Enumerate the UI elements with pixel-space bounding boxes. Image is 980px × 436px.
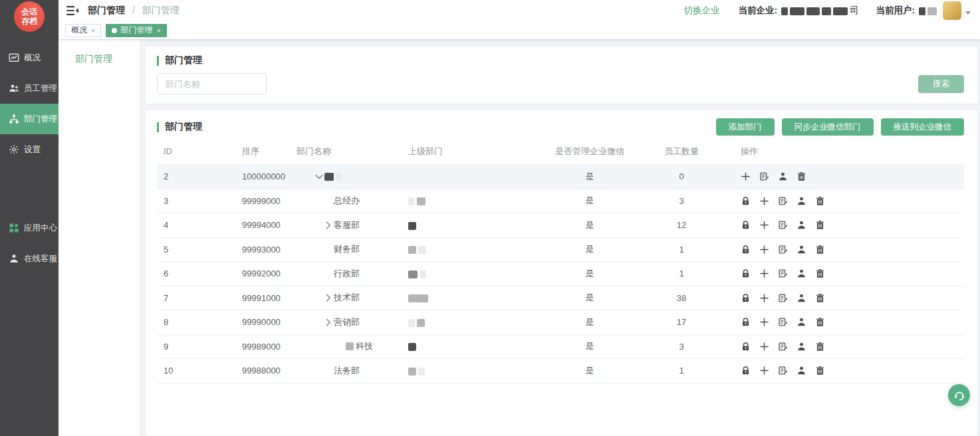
user-action-icon[interactable] — [796, 293, 806, 303]
table-header-row: ID排序部门名称上级部门是否管理企业微信员工数量操作 — [157, 138, 964, 165]
subsidebar-item-0[interactable]: 部门管理 — [59, 40, 140, 65]
app-logo[interactable]: 会话 存档 — [0, 0, 59, 37]
close-tab-icon[interactable]: × — [91, 27, 95, 35]
column-header: 员工数量 — [652, 146, 711, 158]
edit-action-icon[interactable] — [778, 220, 788, 230]
user-action-icon[interactable] — [796, 342, 806, 352]
trash-action-icon[interactable] — [815, 220, 825, 230]
edit-action-icon[interactable] — [778, 196, 788, 206]
user-action-icon[interactable] — [796, 220, 806, 230]
table-card-header: 部门管理 添加部门同步企业微信部门推送到企业微信 — [157, 118, 964, 136]
redacted-text-block — [408, 343, 416, 351]
plus-action-icon[interactable] — [759, 196, 769, 206]
expand-row-icon[interactable] — [323, 317, 334, 328]
cell-parent-department — [402, 317, 528, 327]
user-avatar[interactable] — [943, 1, 961, 20]
lock-action-icon[interactable] — [741, 269, 751, 278]
cell-parent-department — [402, 245, 528, 255]
user-action-icon[interactable] — [796, 269, 806, 278]
cell-sort: 99993000 — [235, 245, 290, 255]
gear-icon — [9, 144, 19, 155]
edit-action-icon[interactable] — [778, 293, 788, 303]
org-icon — [9, 114, 19, 124]
table-button-1[interactable]: 同步企业微信部门 — [782, 118, 874, 136]
agent-icon — [9, 253, 19, 264]
lock-action-icon[interactable] — [741, 317, 751, 327]
plus-action-icon[interactable] — [759, 269, 769, 278]
search-button[interactable]: 搜索 — [918, 75, 964, 93]
content-row: 部门管理 部门管理 搜索 — [59, 40, 980, 436]
user-menu-caret-icon[interactable] — [965, 11, 971, 15]
customer-service-fab[interactable] — [948, 384, 970, 406]
lock-action-icon[interactable] — [741, 196, 751, 206]
grid-icon — [9, 223, 19, 233]
edit-action-icon[interactable] — [778, 366, 788, 376]
user-action-icon[interactable] — [796, 245, 806, 255]
breadcrumb-parent[interactable]: 部门管理 — [88, 5, 125, 15]
expand-row-icon[interactable] — [323, 292, 334, 303]
edit-action-icon[interactable] — [759, 171, 769, 181]
column-header: ID — [157, 146, 235, 156]
redacted-text-block — [420, 271, 426, 278]
sidebar-item-online-support[interactable]: 在线客服 — [0, 243, 59, 274]
sidebar-item-settings[interactable]: 设置 — [0, 134, 59, 165]
trash-action-icon[interactable] — [815, 342, 825, 352]
lock-action-icon[interactable] — [741, 220, 751, 230]
switch-enterprise-link[interactable]: 切换企业 — [684, 5, 720, 17]
plus-action-icon[interactable] — [759, 366, 769, 376]
tab-部门管理[interactable]: 部门管理 × — [106, 24, 166, 37]
lock-action-icon[interactable] — [741, 342, 751, 352]
plus-action-icon[interactable] — [759, 342, 769, 352]
user-action-icon[interactable] — [796, 366, 806, 376]
table-button-0[interactable]: 添加部门 — [716, 118, 775, 136]
lock-action-icon[interactable] — [741, 245, 751, 255]
user-action-icon[interactable] — [796, 196, 806, 206]
cell-manage-wecom: 是 — [528, 243, 652, 255]
table-button-2[interactable]: 推送到企业微信 — [881, 118, 965, 136]
redacted-text-block — [927, 7, 937, 15]
trash-action-icon[interactable] — [815, 293, 825, 303]
lock-action-icon[interactable] — [741, 366, 751, 376]
edit-action-icon[interactable] — [778, 317, 788, 327]
column-header: 部门名称 — [290, 146, 402, 158]
expand-row-icon[interactable] — [323, 220, 334, 231]
plus-action-icon[interactable] — [759, 245, 769, 255]
edit-action-icon[interactable] — [778, 342, 788, 352]
trash-action-icon[interactable] — [796, 171, 806, 181]
column-header: 排序 — [235, 146, 290, 158]
plus-action-icon[interactable] — [759, 317, 769, 327]
table-row-dept-2: 2 100000000 是 0 — [157, 165, 964, 189]
department-name-input[interactable] — [157, 73, 267, 94]
cell-operations — [711, 220, 964, 230]
cell-id: 3 — [157, 196, 235, 206]
plus-action-icon[interactable] — [741, 171, 751, 181]
user-action-icon[interactable] — [796, 317, 806, 327]
edit-action-icon[interactable] — [778, 269, 788, 278]
redacted-text-block — [919, 7, 925, 15]
sidebar-item-label: 概况 — [24, 53, 41, 64]
trash-action-icon[interactable] — [815, 317, 825, 327]
user-action-icon[interactable] — [778, 171, 788, 181]
sidebar-item-departments[interactable]: 部门管理 — [0, 104, 59, 134]
edit-action-icon[interactable] — [778, 245, 788, 255]
trash-action-icon[interactable] — [815, 196, 825, 206]
current-enterprise-label: 当前企业: — [739, 5, 778, 17]
sidebar-item-label: 设置 — [24, 144, 41, 156]
plus-action-icon[interactable] — [759, 293, 769, 303]
close-tab-icon[interactable]: × — [156, 27, 160, 35]
cell-parent-department — [402, 220, 528, 230]
collapse-sidebar-icon[interactable] — [66, 5, 78, 16]
plus-action-icon[interactable] — [759, 220, 769, 230]
sidebar-item-overview[interactable]: 概况 — [0, 43, 59, 73]
sidebar-item-app-center[interactable]: 应用中心 — [0, 213, 59, 243]
cell-employee-count: 0 — [652, 171, 711, 181]
department-table: ID排序部门名称上级部门是否管理企业微信员工数量操作 2 100000000 是… — [157, 138, 964, 383]
sidebar-item-employees[interactable]: 员工管理 — [0, 73, 59, 104]
trash-action-icon[interactable] — [815, 269, 825, 278]
expand-collapse-icon[interactable] — [314, 171, 324, 182]
cell-manage-wecom: 是 — [528, 171, 652, 183]
trash-action-icon[interactable] — [815, 245, 825, 255]
lock-action-icon[interactable] — [741, 293, 751, 303]
trash-action-icon[interactable] — [815, 366, 825, 376]
tab-概况[interactable]: 概况 × — [65, 24, 101, 37]
